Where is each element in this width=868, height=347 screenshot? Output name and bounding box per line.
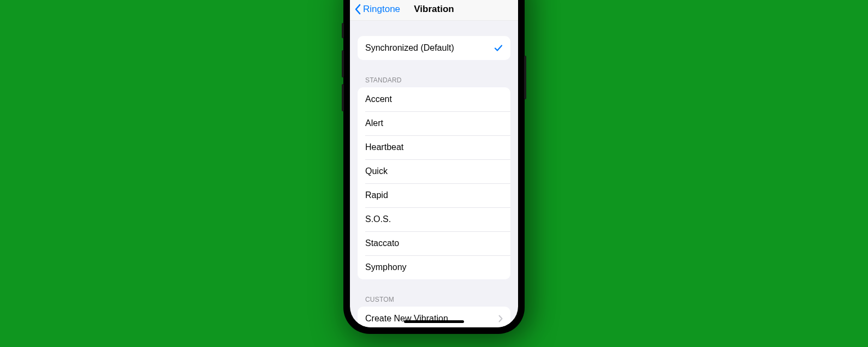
vibration-row-synchronized[interactable]: Synchronized (Default) [358,36,510,60]
power-button [524,56,526,99]
navigation-bar: Ringtone Vibration [350,0,518,21]
page-title: Vibration [414,4,454,15]
vibration-row-sos[interactable]: S.O.S. [358,207,510,231]
row-label: Synchronized (Default) [365,43,494,53]
chevron-right-icon [498,315,503,322]
custom-header: Custom [358,292,510,307]
volume-up-button [342,50,344,77]
standard-header: Standard [358,73,510,87]
vibration-row-alert[interactable]: Alert [358,111,510,135]
row-label: Heartbeat [365,142,503,152]
vibration-row-staccato[interactable]: Staccato [358,231,510,255]
phone-frame: Ringtone Vibration Synchronized (Default… [343,0,525,334]
content-scroll[interactable]: Synchronized (Default) Standard Accent [350,21,518,327]
custom-group: Create New Vibration [358,307,510,327]
row-label: Accent [365,94,503,104]
row-label: Alert [365,118,503,128]
row-label: Staccato [365,238,503,248]
create-new-vibration-row[interactable]: Create New Vibration [358,307,510,327]
chevron-left-icon [354,4,361,15]
row-label: Symphony [365,262,503,272]
standard-list: Accent Alert Heartbeat Quick Rapid [358,87,510,279]
back-button[interactable]: Ringtone [354,4,400,15]
screen: Ringtone Vibration Synchronized (Default… [350,0,518,327]
volume-down-button [342,84,344,111]
row-label: Rapid [365,190,503,200]
mute-switch [342,23,344,38]
default-list: Synchronized (Default) [358,36,510,60]
vibration-row-accent[interactable]: Accent [358,87,510,111]
standard-group: Accent Alert Heartbeat Quick Rapid [358,87,510,279]
home-indicator[interactable] [404,320,464,323]
vibration-row-rapid[interactable]: Rapid [358,183,510,207]
default-group: Synchronized (Default) [358,36,510,60]
vibration-row-symphony[interactable]: Symphony [358,255,510,279]
back-label: Ringtone [363,4,400,15]
row-label: S.O.S. [365,214,503,224]
check-icon [494,44,503,52]
row-label: Quick [365,166,503,176]
vibration-row-quick[interactable]: Quick [358,159,510,183]
custom-list: Create New Vibration [358,307,510,327]
vibration-row-heartbeat[interactable]: Heartbeat [358,135,510,159]
